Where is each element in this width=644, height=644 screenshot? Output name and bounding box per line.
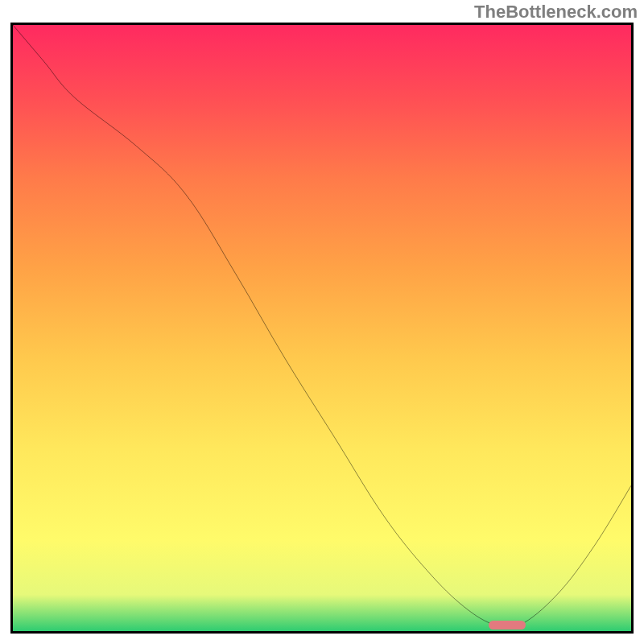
minimum-marker — [489, 621, 526, 630]
chart-container: TheBottleneck.com — [0, 0, 644, 644]
attribution-text: TheBottleneck.com — [474, 2, 638, 23]
bottleneck-curve — [13, 25, 631, 631]
plot-area — [10, 23, 634, 634]
